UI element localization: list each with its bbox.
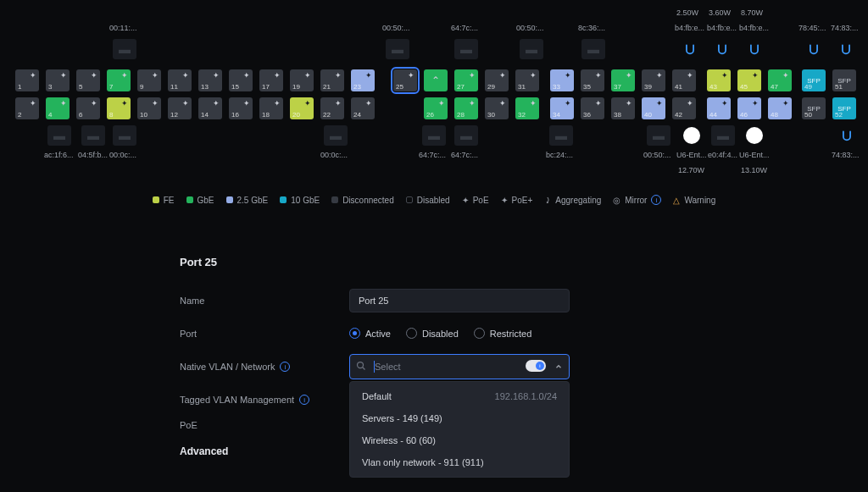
port-3[interactable]: ✦3 xyxy=(46,69,70,91)
port-uplink[interactable]: ⌃ xyxy=(424,69,448,91)
device-mac-label: 00:0c:... xyxy=(320,151,348,159)
port-16[interactable]: ✦16 xyxy=(229,97,253,119)
switch-device-icon[interactable]: ▬ xyxy=(324,125,348,146)
ap-device-icon[interactable] xyxy=(710,39,734,59)
port-9[interactable]: ✦9 xyxy=(137,69,161,91)
port-37[interactable]: ✦37 xyxy=(611,69,635,91)
port-46[interactable]: ✦46 xyxy=(737,97,761,119)
port-25[interactable]: ✦25 xyxy=(393,69,417,91)
port-27[interactable]: ✦27 xyxy=(454,69,478,91)
port-11[interactable]: ✦11 xyxy=(168,69,192,91)
port-51[interactable]: SFP51 xyxy=(832,69,856,91)
port-12[interactable]: ✦12 xyxy=(168,97,192,119)
port-26[interactable]: ✦26 xyxy=(424,97,448,119)
port-19[interactable]: ✦19 xyxy=(290,69,314,91)
ap-device-icon[interactable] xyxy=(802,39,826,59)
port-47[interactable]: ✦47 xyxy=(768,69,792,91)
port-44[interactable]: ✦44 xyxy=(707,97,731,119)
port-30[interactable]: ✦30 xyxy=(485,97,509,119)
device-mac-label: 78:45:... xyxy=(798,24,826,32)
switch-device-icon[interactable]: ▬ xyxy=(113,39,136,59)
ap-device-icon[interactable] xyxy=(678,39,702,59)
radio-restricted[interactable]: Restricted xyxy=(474,328,532,339)
info-icon[interactable]: i xyxy=(651,195,661,205)
device-watt-label: 2.50W xyxy=(676,8,698,17)
ap-device-icon[interactable] xyxy=(834,39,858,59)
switch-device-icon[interactable]: ▬ xyxy=(454,39,478,59)
port-2[interactable]: ✦2 xyxy=(15,97,39,119)
ap-device-icon[interactable] xyxy=(743,39,766,59)
device-mac-label: bc:24:... xyxy=(546,151,573,159)
port-35[interactable]: ✦35 xyxy=(581,69,604,91)
switch-device-icon[interactable]: ▬ xyxy=(386,39,409,59)
vlan-select[interactable]: Select i xyxy=(349,354,570,379)
toggle[interactable]: i xyxy=(526,360,546,372)
port-21[interactable]: ✦21 xyxy=(320,69,344,91)
switch-device-icon[interactable]: ▬ xyxy=(549,125,573,146)
mirror-icon: ◎ xyxy=(613,196,620,205)
switch-device-icon[interactable]: ▬ xyxy=(422,125,446,146)
switch-device-icon[interactable]: ▬ xyxy=(581,39,605,59)
port-18[interactable]: ✦18 xyxy=(259,97,283,119)
device-mac-label: b4:fb:e... xyxy=(675,24,704,32)
port-32[interactable]: ✦32 xyxy=(515,97,539,119)
port-5[interactable]: ✦5 xyxy=(76,69,100,91)
device-mac-label: 00:0c:... xyxy=(109,151,136,159)
port-23[interactable]: ✦23 xyxy=(351,69,375,91)
port-29[interactable]: ✦29 xyxy=(485,69,509,91)
ap-device-icon[interactable] xyxy=(680,125,704,146)
info-icon[interactable]: i xyxy=(299,395,309,405)
dropdown-item[interactable]: Wireless - 60 (60) xyxy=(350,429,569,451)
dropdown-item[interactable]: Servers - 149 (149) xyxy=(350,407,569,429)
switch-device-icon[interactable]: ▬ xyxy=(711,125,735,146)
legend: FE GbE 2.5 GbE 10 GbE Disconnected Disab… xyxy=(0,195,868,205)
port-52[interactable]: SFP52 xyxy=(832,97,856,119)
device-watt-label: 12.70W xyxy=(678,166,704,174)
port-1[interactable]: ✦1 xyxy=(15,69,39,91)
port-49[interactable]: SFP49 xyxy=(802,69,826,91)
port-14[interactable]: ✦14 xyxy=(198,97,222,119)
name-input[interactable] xyxy=(349,289,570,312)
switch-device-icon[interactable]: ▬ xyxy=(647,125,670,146)
port-42[interactable]: ✦42 xyxy=(672,97,696,119)
port-22[interactable]: ✦22 xyxy=(320,97,344,119)
port-4[interactable]: ✦4 xyxy=(46,97,70,119)
port-39[interactable]: ✦39 xyxy=(642,69,665,91)
switch-device-icon[interactable]: ▬ xyxy=(81,125,105,146)
port-13[interactable]: ✦13 xyxy=(198,69,222,91)
port-17[interactable]: ✦17 xyxy=(259,69,283,91)
port-41[interactable]: ✦41 xyxy=(672,69,696,91)
port-50[interactable]: SFP50 xyxy=(802,97,826,119)
switch-device-icon[interactable]: ▬ xyxy=(520,39,543,59)
port-34[interactable]: ✦34 xyxy=(550,97,574,119)
port-48[interactable]: ✦48 xyxy=(768,97,792,119)
port-7[interactable]: ✦7 xyxy=(107,69,131,91)
switch-device-icon[interactable]: ▬ xyxy=(113,125,136,146)
switch-device-icon[interactable]: ▬ xyxy=(47,125,71,146)
port-33[interactable]: ✦33 xyxy=(550,69,574,91)
port-10[interactable]: ✦10 xyxy=(137,97,161,119)
port-15[interactable]: ✦15 xyxy=(229,69,253,91)
port-40[interactable]: ✦40 xyxy=(642,97,665,119)
port-20[interactable]: ✦20 xyxy=(290,97,314,119)
port-6[interactable]: ✦6 xyxy=(76,97,100,119)
radio-disabled[interactable]: Disabled xyxy=(406,328,459,339)
device-mac-label: 74:83:... xyxy=(832,151,860,159)
switch-device-icon[interactable]: ▬ xyxy=(454,125,478,146)
ap-device-icon[interactable] xyxy=(743,125,766,146)
port-31[interactable]: ✦31 xyxy=(515,69,539,91)
radio-active[interactable]: Active xyxy=(349,328,391,339)
info-icon[interactable]: i xyxy=(280,362,290,372)
port-45[interactable]: ✦45 xyxy=(737,69,761,91)
port-24[interactable]: ✦24 xyxy=(351,97,375,119)
port-36[interactable]: ✦36 xyxy=(581,97,604,119)
port-8[interactable]: ✦8 xyxy=(107,97,131,119)
port-28[interactable]: ✦28 xyxy=(454,97,478,119)
dropdown-item[interactable]: Default192.168.1.0/24 xyxy=(350,385,569,407)
vlan-label: Native VLAN / Networki xyxy=(180,362,349,372)
port-38[interactable]: ✦38 xyxy=(611,97,635,119)
dropdown-item[interactable]: Vlan only network - 911 (911) xyxy=(350,451,569,473)
ap-device-icon[interactable] xyxy=(835,125,859,146)
port-43[interactable]: ✦43 xyxy=(707,69,731,91)
device-mac-label: 8c:36:... xyxy=(578,24,605,32)
